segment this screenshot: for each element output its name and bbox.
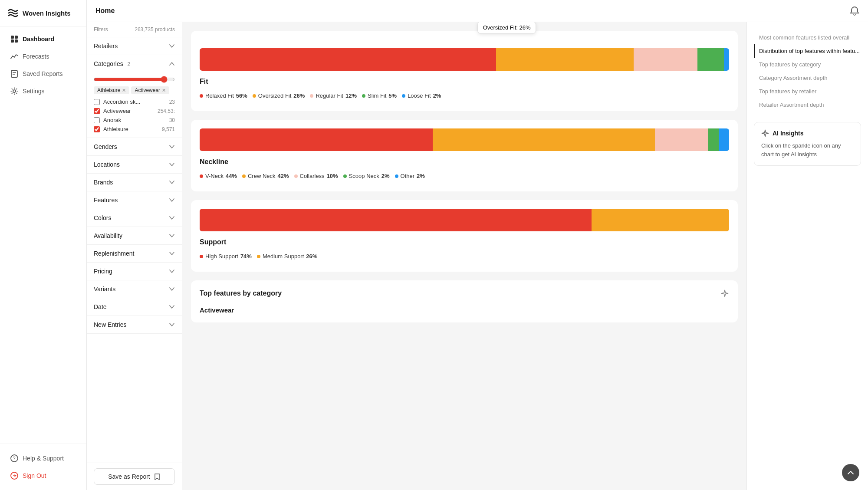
filter-section-pricing-header[interactable]: Pricing xyxy=(87,263,182,280)
filter-section-colors-label: Colors xyxy=(94,214,111,221)
neckline-title: Neckline xyxy=(200,158,729,166)
support-legend-high: High Support 74% xyxy=(200,253,252,260)
filter-section-date-label: Date xyxy=(94,303,107,310)
neckline-dot-scoop xyxy=(343,174,347,178)
right-nav-cat-assortment[interactable]: Category Assortment depth xyxy=(754,71,861,85)
fit-legend-relaxed: Relaxed Fit 56% xyxy=(200,92,247,99)
signout-icon xyxy=(10,472,18,480)
fit-segment-oversized xyxy=(496,48,634,71)
filter-section-pricing: Pricing xyxy=(87,263,182,280)
notification-bell-icon[interactable] xyxy=(850,6,859,16)
ai-insights-text: Click on the sparkle icon on any chart t… xyxy=(761,141,854,158)
categories-slider[interactable] xyxy=(94,76,175,83)
features-chevron-icon xyxy=(169,197,175,203)
fit-stacked-bar xyxy=(200,48,729,71)
sidebar-item-signout[interactable]: Sign Out xyxy=(3,467,83,484)
filter-section-replenishment-label: Replenishment xyxy=(94,250,134,257)
replenishment-chevron-icon xyxy=(169,250,175,257)
right-panel: Most common features listed overall Dist… xyxy=(746,22,868,490)
right-panel-nav: Most common features listed overall Dist… xyxy=(754,31,861,112)
filter-section-locations-header[interactable]: Locations xyxy=(87,156,182,173)
tag-activewear-remove[interactable]: ✕ xyxy=(162,88,166,93)
svg-point-7 xyxy=(13,90,16,92)
neckline-legend-collarless: Collarless 10% xyxy=(294,173,338,179)
neckline-dot-collarless xyxy=(294,174,298,178)
filter-section-brands-header[interactable]: Brands xyxy=(87,174,182,191)
sidebar-item-forecasts[interactable]: Forecasts xyxy=(3,48,83,65)
filter-section-new-entries-header[interactable]: New Entries xyxy=(87,316,182,333)
filter-header: Filters 263,735 products xyxy=(87,22,182,37)
support-dot-medium xyxy=(257,255,260,258)
svg-rect-4 xyxy=(11,70,17,77)
activewear-label: Activewear xyxy=(200,305,729,314)
genders-chevron-icon xyxy=(169,144,175,150)
sidebar-item-dashboard[interactable]: Dashboard xyxy=(3,31,83,47)
filter-section-categories: Categories 2 Athleisure ✕ xyxy=(87,55,182,138)
category-checkbox-accordion[interactable] xyxy=(94,99,100,105)
sidebar-item-saved-reports[interactable]: Saved Reports xyxy=(3,66,83,82)
arrow-up-icon xyxy=(847,469,855,477)
support-legend-medium: Medium Support 26% xyxy=(257,253,317,260)
scroll-to-top-button[interactable] xyxy=(842,464,859,481)
neckline-segment-scoop xyxy=(708,128,718,151)
category-num-activewear: 254,53: xyxy=(158,108,175,114)
filter-section-retailers-header[interactable]: Retailers xyxy=(87,37,182,55)
filter-section-availability: Availability xyxy=(87,227,182,245)
right-nav-top-by-retailer[interactable]: Top features by retailer xyxy=(754,85,861,98)
filter-section-variants-header[interactable]: Variants xyxy=(87,280,182,298)
tag-list: Athleisure ✕ Activewear ✕ xyxy=(94,86,175,94)
filter-section-replenishment: Replenishment xyxy=(87,245,182,263)
sidebar-item-help[interactable]: ? Help & Support xyxy=(3,450,83,467)
neckline-legend: V-Neck 44% Crew Neck 42% Collarless 10% … xyxy=(200,173,729,179)
filter-section-features-header[interactable]: Features xyxy=(87,191,182,209)
main-area: Home Filters 263,735 products Retailers xyxy=(87,0,868,490)
filter-section-replenishment-header[interactable]: Replenishment xyxy=(87,245,182,262)
right-nav-top-by-cat[interactable]: Top features by category xyxy=(754,58,861,71)
logo: Woven Insights xyxy=(0,0,86,26)
filter-section-features-label: Features xyxy=(94,197,118,204)
tag-athleisure-remove[interactable]: ✕ xyxy=(122,88,126,93)
filter-section-variants-label: Variants xyxy=(94,286,115,293)
sidebar-item-settings-label: Settings xyxy=(23,88,45,95)
filter-section-colors-header[interactable]: Colors xyxy=(87,209,182,227)
support-chart-card: Support High Support 74% Medium Support … xyxy=(191,200,738,272)
category-checkbox-anorak[interactable] xyxy=(94,117,100,123)
ai-insights-title: AI Insights xyxy=(761,129,854,137)
filter-section-variants: Variants xyxy=(87,280,182,298)
svg-text:?: ? xyxy=(13,456,16,461)
category-checkbox-athleisure[interactable] xyxy=(94,126,100,132)
fit-legend-regular: Regular Fit 12% xyxy=(310,92,357,99)
category-item-athleisure: Athleisure 9,571 xyxy=(94,126,175,132)
filter-section-date-header[interactable]: Date xyxy=(87,298,182,316)
filters-label: Filters xyxy=(94,26,108,33)
right-nav-most-common[interactable]: Most common features listed overall xyxy=(754,31,861,44)
right-nav-distribution[interactable]: Distribution of top features within feat… xyxy=(754,44,861,58)
saved-reports-icon xyxy=(10,70,18,78)
sidebar-item-settings[interactable]: Settings xyxy=(3,83,83,99)
right-nav-retailer-assortment[interactable]: Retailer Assortment depth xyxy=(754,98,861,112)
category-name-accordion: Accordion sk... xyxy=(103,99,166,105)
support-dot-high xyxy=(200,255,203,258)
fit-dot-loose xyxy=(402,94,405,98)
sparkle-icon[interactable] xyxy=(720,289,729,298)
fit-dot-regular xyxy=(310,94,313,98)
svg-rect-0 xyxy=(11,36,14,39)
sidebar: Woven Insights Dashboard Forecasts Sa xyxy=(0,0,87,490)
availability-chevron-icon xyxy=(169,233,175,239)
fit-segment-regular xyxy=(634,48,697,71)
support-segment-medium xyxy=(592,209,729,231)
support-stacked-bar xyxy=(200,209,729,231)
filter-section-genders-header[interactable]: Genders xyxy=(87,138,182,155)
filter-section-new-entries: New Entries xyxy=(87,316,182,334)
ai-insights-card: AI Insights Click on the sparkle icon on… xyxy=(754,122,861,166)
neckline-dot-crew xyxy=(242,174,246,178)
category-num-athleisure: 9,571 xyxy=(162,126,175,132)
save-report-button[interactable]: Save as Report xyxy=(94,468,175,485)
tag-athleisure: Athleisure ✕ xyxy=(94,86,129,94)
filter-section-availability-header[interactable]: Availability xyxy=(87,227,182,244)
category-checkbox-activewear[interactable] xyxy=(94,108,100,114)
fit-segment-relaxed xyxy=(200,48,496,71)
date-chevron-icon xyxy=(169,304,175,310)
sidebar-item-saved-reports-label: Saved Reports xyxy=(23,70,63,77)
filter-section-categories-header[interactable]: Categories 2 xyxy=(87,55,182,72)
